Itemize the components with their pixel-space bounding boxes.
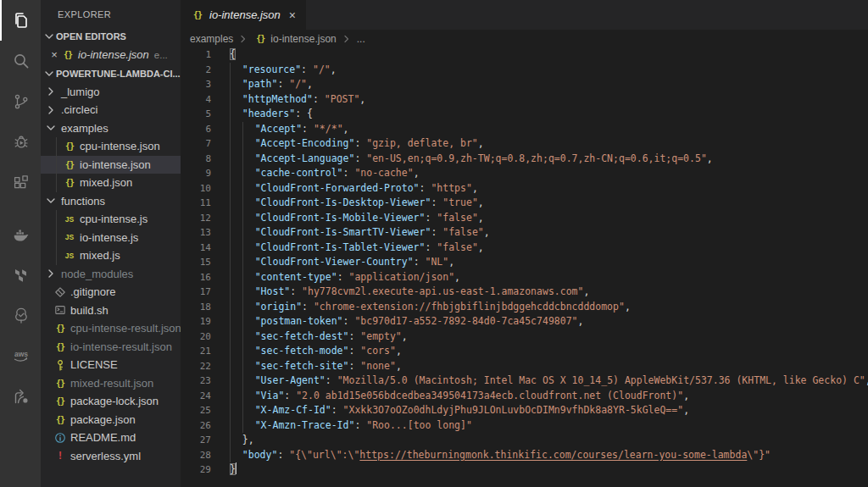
json-icon: {} (53, 322, 67, 335)
breadcrumb-item[interactable]: io-intense.json (270, 33, 336, 45)
tab-label: io-intense.json (209, 8, 281, 21)
code-line: 9"cache-control": "no-cache", (181, 166, 868, 181)
code-line: 13"CloudFront-Is-SmartTV-Viewer": "false… (181, 225, 868, 241)
code-line: 3"path": "/", (181, 77, 868, 92)
tree-item-label: mixed.json (80, 176, 132, 189)
chevron-down-icon (42, 67, 56, 80)
tree-item-package-json[interactable]: {}package.json (41, 411, 181, 429)
code-line: 21"sec-fetch-mode": "cors", (181, 344, 868, 359)
tree-item--circleci[interactable]: .circleci (41, 101, 181, 119)
tree-item-label: .gitignore (70, 285, 115, 298)
code-line-content: "Via": "2.0 ab1d15e056bdcedbea349504173a… (230, 389, 868, 404)
code-line: 7"Accept-Encoding": "gzip, deflate, br", (181, 136, 868, 152)
tree-item-package-lock-json[interactable]: {}package-lock.json (41, 392, 181, 411)
search-icon[interactable] (0, 41, 41, 81)
line-number: 27 (181, 433, 211, 448)
tree-item-mixed-json[interactable]: {}mixed.json (41, 174, 181, 192)
line-number: 8 (181, 152, 211, 167)
line-number: 20 (181, 329, 211, 345)
tree-item-mixed-js[interactable]: JSmixed.js (41, 246, 181, 265)
code-line-content: "cache-control": "no-cache", (230, 166, 868, 181)
tree-indent-guide (56, 137, 57, 156)
extensions-icon[interactable] (0, 163, 41, 203)
code-line-content: "Host": "hy778cvm2l.execute-api.us-east-… (230, 285, 868, 300)
js-icon: JS (63, 230, 76, 244)
breadcrumb-separator-icon (340, 32, 353, 46)
json-icon: {} (53, 395, 67, 408)
editor-area: {} io-intense.json × examples{}io-intens… (181, 0, 868, 487)
tree-item-build-sh[interactable]: build.sh (41, 302, 181, 320)
line-number: 4 (181, 92, 211, 108)
line-number: 29 (181, 462, 211, 478)
tree-item--lumigo[interactable]: _lumigo (41, 83, 181, 102)
tree-item-label: .circleci (61, 103, 97, 116)
docker-icon[interactable] (0, 213, 41, 254)
tree-item-node-modules[interactable]: node_modules (41, 265, 181, 284)
close-icon[interactable]: × (47, 48, 61, 61)
line-number: 5 (181, 107, 211, 122)
share-icon[interactable] (0, 376, 41, 417)
tree-item-examples[interactable]: examples (41, 119, 181, 138)
tree-item-cpu-intense-js[interactable]: JScpu-intense.js (41, 210, 181, 229)
code-line-content: "headers": { (230, 107, 868, 122)
files-icon[interactable] (0, 0, 41, 41)
open-editors-header[interactable]: OPEN EDITORS (41, 27, 181, 46)
aws-icon[interactable]: aws (0, 335, 41, 376)
open-editor-item-io-intense-json[interactable]: × {} io-intense.json e... (41, 46, 181, 64)
tab-io-intense-json[interactable]: {} io-intense.json × (181, 0, 306, 30)
tree-item-label: cpu-intense.json (80, 140, 160, 152)
warning-icon: ! (53, 449, 67, 462)
code-line-content: "httpMethod": "POST", (230, 92, 868, 108)
tree-indent-guide (56, 210, 57, 229)
license-key-icon (53, 358, 67, 372)
json-icon: {} (63, 140, 76, 153)
code-line: 4"httpMethod": "POST", (181, 92, 868, 108)
tree-item-serverless-yml[interactable]: !serverless.yml (41, 447, 181, 466)
code-line: 14"CloudFront-Is-Tablet-Viewer": "false"… (181, 241, 868, 256)
code-line: 2"resource": "/", (181, 63, 868, 78)
code-line-content: "postman-token": "bc970d17-a552-7892-84d… (230, 314, 868, 329)
tree-item-cpu-intense-result-json[interactable]: {}cpu-intense-result.json (41, 319, 181, 338)
tree-item-label: io-intense.json (80, 158, 151, 171)
tree-item-functions[interactable]: functions (41, 192, 181, 211)
code-line-content: "CloudFront-Viewer-Country": "NL", (230, 255, 868, 270)
code-line-content: "CloudFront-Is-Tablet-Viewer": "false", (230, 241, 868, 256)
code-line-content: "User-Agent": "Mozilla/5.0 (Macintosh; I… (230, 374, 868, 389)
terraform-icon[interactable] (0, 254, 41, 295)
json-icon: {} (53, 340, 67, 353)
debug-icon[interactable] (0, 122, 41, 163)
tree-item-label: mixed.js (80, 249, 120, 262)
chevron-right-icon (44, 103, 58, 117)
line-number: 15 (181, 255, 211, 270)
line-number: 10 (181, 181, 211, 196)
tree-item-io-intense-js[interactable]: JSio-intense.js (41, 229, 181, 247)
tree-item-mixed-result-json[interactable]: {}mixed-result.json (41, 374, 181, 393)
close-icon[interactable]: × (289, 8, 296, 22)
tree-item-io-intense-json[interactable]: {}io-intense.json (41, 156, 181, 174)
chevron-down-icon (44, 121, 58, 135)
json-icon: {} (191, 8, 204, 22)
breadcrumb-item[interactable]: examples (190, 33, 233, 45)
tree-item-readme-md[interactable]: README.md (41, 429, 181, 447)
json-icon: {} (53, 376, 67, 390)
tree-check-icon[interactable] (0, 295, 41, 335)
open-editor-label: io-intense.json (78, 48, 149, 61)
code-line-content: "resource": "/", (230, 63, 868, 78)
tree-item-io-intense-result-json[interactable]: {}io-intense-result.json (41, 338, 181, 357)
tree-item--gitignore[interactable]: .gitignore (41, 283, 181, 302)
chevron-down-icon (42, 30, 56, 43)
tree-item-license[interactable]: LICENSE (41, 356, 181, 374)
project-folder-header[interactable]: POWERTUNE-LAMBDA-CI... (41, 64, 181, 83)
code-line: 16"content-type": "application/json", (181, 270, 868, 285)
code-editor[interactable]: 1{2"resource": "/",3"path": "/",4"httpMe… (181, 47, 868, 487)
code-line-content: "CloudFront-Is-SmartTV-Viewer": "false", (230, 225, 868, 241)
line-number: 25 (181, 403, 211, 418)
line-number: 12 (181, 211, 211, 226)
breadcrumb-item[interactable]: ... (357, 33, 365, 45)
code-line-content: } (230, 462, 868, 478)
line-number: 19 (181, 314, 211, 329)
tree-item-cpu-intense-json[interactable]: {}cpu-intense.json (41, 137, 181, 156)
line-number: 18 (181, 300, 211, 315)
code-line-content: "CloudFront-Is-Mobile-Viewer": "false", (230, 211, 868, 226)
source-control-icon[interactable] (0, 81, 41, 122)
